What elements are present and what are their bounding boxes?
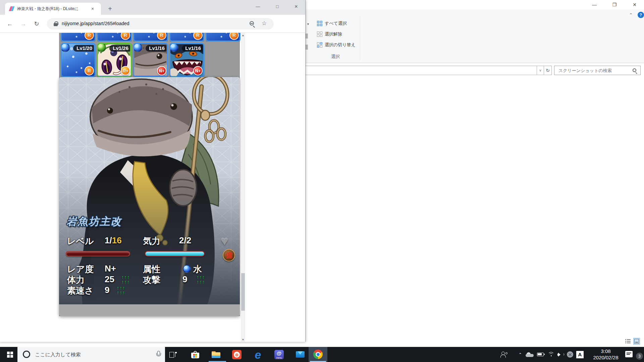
task-view-button[interactable]: [167, 347, 179, 362]
scroll-up-icon[interactable]: ▲: [241, 33, 245, 38]
file-explorer-taskbar-button[interactable]: [209, 347, 223, 362]
water-element-icon: [133, 43, 142, 52]
onedrive-tray-button[interactable]: [525, 347, 535, 362]
tab-title: 神楽大戦・陰之巻(R18) - DLsiteに: [17, 6, 90, 12]
page-content: R R R R R Lv1/20 R: [0, 33, 300, 342]
address-bar[interactable]: [304, 66, 537, 75]
refresh-button[interactable]: ↻: [544, 66, 552, 75]
clear-selection-label: 選択解除: [325, 31, 342, 37]
wifi-icon: [548, 352, 554, 357]
scroll-down-icon[interactable]: ▼: [241, 337, 245, 342]
explorer-restore-button[interactable]: ❐: [608, 1, 621, 9]
speed-label: 素速さ: [67, 285, 94, 297]
site-favicon: [9, 6, 14, 11]
clock-time: 3:08: [589, 348, 623, 354]
water-element-icon: [61, 43, 70, 52]
browser-tab[interactable]: 神楽大戦・陰之巻(R18) - DLsiteに ✕: [5, 3, 101, 15]
unit-card[interactable]: Lv1/16 N+: [133, 43, 168, 77]
mail-taskbar-button[interactable]: [293, 347, 308, 362]
taskbar-clock[interactable]: 3:08 2020/02/28: [589, 348, 623, 361]
unit-card[interactable]: R: [206, 33, 240, 42]
level-label: レベル: [67, 235, 94, 247]
clock-date: 2020/02/28: [589, 354, 623, 361]
atmenu-taskbar-button[interactable]: @menu: [272, 347, 286, 362]
microphone-icon[interactable]: [156, 351, 160, 358]
details-view-icon: [625, 339, 631, 344]
ime-mode-button[interactable]: A: [575, 347, 585, 362]
details-view-button[interactable]: [625, 338, 631, 345]
scrollbar-thumb[interactable]: [241, 273, 245, 311]
red-app-taskbar-button[interactable]: [229, 347, 244, 362]
notification-icon: [625, 351, 633, 357]
bookmark-star-icon[interactable]: ☆: [262, 20, 267, 27]
address-dropdown-button[interactable]: ˅: [537, 66, 544, 75]
speed-bonus-arrows: ↑↑↑ ↑↑↑: [117, 286, 125, 295]
chrome-maximize-button[interactable]: □: [270, 1, 285, 11]
edge-taskbar-button[interactable]: e: [251, 347, 265, 362]
explorer-minimize-button[interactable]: —: [588, 1, 601, 9]
windows-logo-icon: [7, 352, 13, 358]
chrome-taskbar-button[interactable]: [309, 347, 327, 362]
wifi-tray-button[interactable]: [546, 347, 556, 362]
unit-card[interactable]: R: [169, 33, 204, 42]
zoom-out-icon[interactable]: [250, 21, 254, 25]
reload-icon[interactable]: ↻: [32, 19, 41, 28]
invert-selection-label: 選択の切り替え: [325, 42, 356, 48]
unit-card[interactable]: R: [97, 33, 132, 42]
thumbnail-view-button[interactable]: [633, 338, 640, 345]
rarity-badge: N+: [157, 66, 166, 75]
taskbar-search-input[interactable]: [35, 347, 149, 362]
people-icon: [500, 352, 508, 358]
store-taskbar-button[interactable]: [188, 347, 203, 362]
atmenu-icon: @menu: [274, 350, 284, 359]
omnibox[interactable]: nijiyome.jp/app/start/265#loaded ☆: [47, 18, 274, 29]
tab-close-icon[interactable]: ✕: [90, 6, 96, 12]
notification-center-button[interactable]: [625, 351, 633, 357]
unit-card[interactable]: Lv1/26 R+: [97, 43, 132, 77]
chrome-minimize-button[interactable]: —: [251, 1, 265, 11]
hidden-icons-button[interactable]: ⌃: [515, 347, 525, 362]
speaker-icon: [557, 352, 564, 357]
ribbon-dropdown-icon[interactable]: ▾: [307, 22, 309, 26]
search-icon[interactable]: [633, 68, 636, 72]
mercenary-badge: 傭: [223, 249, 235, 261]
card-level-label: Lv1/16: [182, 45, 203, 52]
favorite-heart-icon[interactable]: ♥: [221, 234, 228, 248]
hp-value: 25: [105, 274, 114, 285]
explorer-search-input[interactable]: [554, 66, 630, 75]
attribute-label: 属性: [143, 263, 160, 275]
people-tray-button[interactable]: [499, 347, 509, 362]
unit-card[interactable]: Lv1/16 N+: [169, 43, 204, 77]
taskbar: e @menu ⌃ A: [0, 347, 644, 362]
unit-card[interactable]: R: [61, 33, 96, 42]
red-app-icon: [232, 350, 241, 359]
clear-selection-icon: [317, 32, 322, 37]
select-all-button[interactable]: すべて選択: [317, 19, 347, 27]
explorer-close-button[interactable]: ✕: [628, 1, 641, 9]
battery-tray-button[interactable]: [535, 347, 545, 362]
speed-value: 9: [105, 285, 109, 295]
back-icon[interactable]: ←: [5, 19, 14, 28]
clear-selection-button[interactable]: 選択解除: [317, 30, 342, 38]
page-scrollbar[interactable]: ▲ ▼: [241, 33, 245, 342]
unit-card[interactable]: R: [133, 33, 168, 42]
attack-label: 攻撃: [143, 274, 160, 286]
collapse-ribbon-button[interactable]: ⌃: [627, 11, 635, 18]
new-tab-button[interactable]: +: [105, 4, 115, 13]
hp-label: 体力: [67, 274, 85, 286]
x-circle-icon: [567, 351, 573, 358]
chrome-close-button[interactable]: ✕: [289, 1, 304, 11]
disconnected-tray-button[interactable]: [565, 347, 575, 362]
invert-selection-button[interactable]: 選択の切り替え: [317, 41, 356, 49]
lock-icon[interactable]: [54, 21, 58, 26]
help-button[interactable]: ?: [638, 12, 644, 18]
unit-card[interactable]: Lv1/20 R: [61, 43, 96, 77]
volume-tray-button[interactable]: [555, 347, 566, 362]
rarity-badge: R: [85, 66, 94, 75]
card-level-label: Lv1/20: [73, 45, 94, 52]
water-attribute-icon: [183, 265, 191, 273]
start-button[interactable]: [3, 347, 17, 362]
card-level-label: Lv1/16: [146, 45, 166, 52]
rarity-value: N+: [105, 263, 116, 274]
forward-icon[interactable]: →: [19, 19, 28, 28]
